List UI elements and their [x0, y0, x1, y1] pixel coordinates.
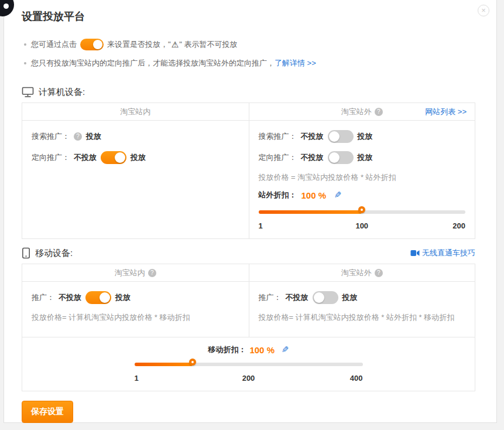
slider-min-label: 1 [259, 221, 263, 230]
help-icon[interactable]: ? [74, 132, 82, 141]
mobile-panel-body: 推广： 不投放 投放 投放价格= 计算机淘宝站内投放价格 * 移动折扣 推广： … [22, 282, 475, 337]
tip-text-mid: 来设置是否投放，" [107, 39, 171, 50]
toggle-on-label: 投放 [358, 131, 373, 142]
mobile-offsite-toggle[interactable] [313, 291, 338, 304]
mobile-onsite-cell: 推广： 不投放 投放 投放价格= 计算机淘宝站内投放价格 * 移动折扣 [22, 282, 249, 337]
mobile-onsite-promo-row: 推广： 不投放 投放 [32, 291, 239, 304]
computer-offsite-search-row: 搜索推广： 不投放 投放 [259, 130, 466, 143]
computer-onsite-cell: 搜索推广： ? 投放 定向推广： 不投放 投放 [22, 121, 249, 238]
slider-handle[interactable] [189, 359, 196, 366]
slider-max-label: 400 [350, 374, 363, 383]
computer-offsite-header: 淘宝站外 ? 网站列表 >> [249, 103, 475, 121]
mobile-discount-footer: 移动折扣： 100 % ✎ 1 200 400 [22, 337, 475, 391]
toggle-off-label: 不投放 [301, 152, 324, 163]
computer-panel: 淘宝站内 淘宝站外 ? 网站列表 >> 搜索推广： ? 投放 定向推广： 不投放 [22, 103, 475, 239]
computer-onsite-header-label: 淘宝站内 [120, 107, 150, 117]
mobile-onsite-toggle[interactable] [85, 291, 111, 304]
close-icon[interactable]: × [478, 5, 489, 16]
toggle-knob [314, 292, 324, 303]
slider-handle[interactable] [358, 206, 365, 213]
save-settings-button[interactable]: 保存设置 [22, 401, 73, 423]
wireless-tips-link[interactable]: 无线直通车技巧 [410, 248, 475, 258]
toggle-knob [100, 292, 110, 303]
help-icon[interactable]: ? [375, 269, 383, 277]
search-promo-label: 搜索推广： [32, 131, 70, 142]
toggle-on-label: 投放 [342, 292, 358, 303]
toggle-knob [93, 40, 102, 49]
slider-fill [135, 363, 193, 366]
mobile-video-icon [410, 250, 420, 257]
slider-max-label: 200 [452, 221, 465, 230]
toggle-off-label: 不投放 [59, 292, 81, 303]
offsite-discount-row: 站外折扣： 100 % ✎ [259, 189, 466, 202]
slider-min-label: 1 [135, 374, 139, 383]
slider-scale: 1 200 400 [135, 374, 363, 383]
toggle-on-label: 投放 [131, 152, 146, 163]
slider-scale: 1 100 200 [259, 221, 466, 230]
computer-icon [22, 87, 34, 98]
slider-mid-label: 100 [355, 221, 368, 230]
offsite-discount-value: 100 % [301, 190, 327, 200]
site-list-link[interactable]: 网站列表 >> [425, 107, 467, 117]
wireless-tips-label: 无线直通车技巧 [422, 248, 475, 258]
toggle-off-label: 不投放 [286, 292, 308, 303]
computer-offsite-target-row: 定向推广： 不投放 投放 [259, 151, 466, 164]
mobile-onsite-price-formula: 投放价格= 计算机淘宝站内投放价格 * 移动折扣 [32, 312, 239, 323]
mobile-panel: 淘宝站内 ? 淘宝站外 ? 推广： 不投放 投放 投放价格= 计算机淘宝站内投放… [22, 264, 475, 391]
computer-onsite-search-row: 搜索推广： ? 投放 [32, 130, 239, 143]
mobile-discount-slider [135, 359, 363, 370]
warning-icon: ⚠ [172, 40, 179, 49]
computer-onsite-header: 淘宝站内 [22, 103, 249, 121]
tip-text: 您只有投放淘宝站内的定向推广后，才能选择投放淘宝站外的定向推广， [31, 58, 275, 69]
mobile-discount-value: 100 % [249, 345, 275, 355]
toggle-on-label: 投放 [115, 292, 131, 303]
computer-section-head: 计算机设备: [22, 87, 475, 98]
edit-icon[interactable]: ✎ [334, 190, 342, 200]
mobile-offsite-cell: 推广： 不投放 投放 投放价格= 计算机淘宝站内投放价格 * 站外折扣 * 移动… [249, 282, 475, 337]
slider-mid-label: 200 [242, 374, 255, 383]
computer-offsite-search-toggle[interactable] [328, 130, 354, 143]
help-icon[interactable]: ? [375, 108, 383, 116]
mobile-section-head: 移动设备: 无线直通车技巧 [22, 247, 475, 259]
mobile-slider-wrap: 1 200 400 [135, 359, 363, 383]
mobile-icon [22, 247, 30, 259]
mobile-section-title: 移动设备: [35, 248, 73, 259]
mobile-onsite-header-label: 淘宝站内 [115, 268, 145, 278]
tips-list: 您可通过点击 来设置是否投放，" ⚠ " 表示暂不可投放 您只有投放淘宝站内的定… [22, 37, 475, 70]
computer-onsite-target-toggle[interactable] [101, 151, 126, 164]
page-title: 设置投放平台 [22, 9, 475, 23]
example-toggle [80, 39, 104, 50]
target-promo-label: 定向推广： [259, 152, 297, 163]
search-promo-status: 投放 [86, 131, 101, 142]
computer-offsite-target-toggle[interactable] [328, 151, 354, 164]
edit-icon[interactable]: ✎ [282, 344, 289, 355]
mobile-offsite-header: 淘宝站外 ? [249, 264, 475, 282]
computer-offsite-header-label: 淘宝站外 [341, 107, 372, 117]
help-icon[interactable]: ? [148, 269, 156, 277]
mobile-discount-label: 移动折扣： [208, 344, 246, 355]
computer-section-title: 计算机设备: [39, 87, 85, 98]
tip-targeting-rule: 您只有投放淘宝站内的定向推广后，才能选择投放淘宝站外的定向推广， 了解详情 >> [22, 56, 475, 70]
offsite-price-formula: 投放价格 = 淘宝站内投放价格 * 站外折扣 [259, 172, 466, 183]
target-promo-label: 定向推广： [32, 152, 70, 163]
promo-label: 推广： [259, 292, 282, 303]
mobile-discount-row: 移动折扣： 100 % ✎ [32, 344, 465, 355]
search-promo-label: 搜索推广： [259, 131, 297, 142]
mobile-onsite-header: 淘宝站内 ? [22, 264, 249, 282]
computer-panel-body: 搜索推广： ? 投放 定向推广： 不投放 投放 搜索推广： 不投放 投放 [22, 121, 475, 238]
mobile-offsite-price-formula: 投放价格= 计算机淘宝站内投放价格 * 站外折扣 * 移动折扣 [259, 312, 466, 323]
toggle-off-label: 不投放 [74, 152, 97, 163]
toggle-knob [115, 152, 125, 163]
slider-fill [259, 210, 362, 214]
learn-more-link[interactable]: 了解详情 >> [275, 58, 316, 69]
mobile-offsite-promo-row: 推广： 不投放 投放 [259, 291, 466, 304]
settings-dialog: × 设置投放平台 您可通过点击 来设置是否投放，" ⚠ " 表示暂不可投放 您只… [4, 0, 497, 423]
offsite-discount-slider [259, 206, 466, 218]
toggle-knob [329, 152, 340, 163]
computer-offsite-cell: 搜索推广： 不投放 投放 定向推广： 不投放 投放 投放价格 = 淘宝站内投放价… [249, 121, 475, 238]
toggle-knob [329, 131, 340, 142]
toggle-on-label: 投放 [358, 152, 373, 163]
tip-text-before: 您可通过点击 [31, 39, 77, 50]
tip-toggle-usage: 您可通过点击 来设置是否投放，" ⚠ " 表示暂不可投放 [22, 37, 475, 52]
promo-label: 推广： [32, 292, 54, 303]
